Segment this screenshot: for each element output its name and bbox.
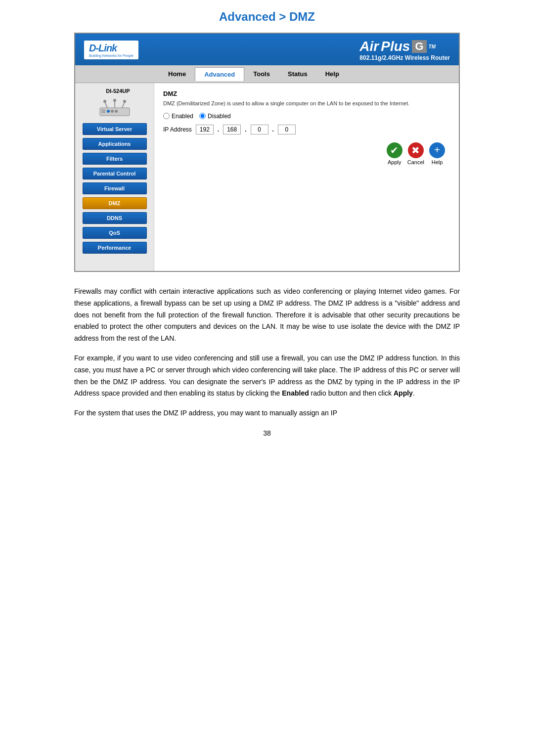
dmz-enabled-label: Enabled xyxy=(172,113,193,120)
dmz-disabled-option[interactable]: Disabled xyxy=(199,113,231,120)
ip-dot-2: . xyxy=(245,126,246,133)
apply-btn-wrap: ✔ Apply xyxy=(387,142,402,165)
sidebar-ddns[interactable]: DDNS xyxy=(83,212,147,224)
help-button[interactable]: + xyxy=(429,142,445,158)
model-label: DI-524UP xyxy=(106,88,130,94)
sidebar-firewall[interactable]: Firewall xyxy=(83,182,147,194)
nav-status[interactable]: Status xyxy=(279,67,316,81)
airplus-tm: TM xyxy=(429,44,436,49)
sidebar-applications[interactable]: Applications xyxy=(83,138,147,150)
ip-dot-1: . xyxy=(218,126,219,133)
router-ui: D-Link Building Networks for People Air … xyxy=(74,33,460,272)
router-image xyxy=(97,98,132,120)
airplus-plus: Plus xyxy=(381,39,410,54)
dmz-disabled-radio[interactable] xyxy=(199,113,206,119)
sidebar-virtual-server[interactable]: Virtual Server xyxy=(83,123,147,135)
dlink-tagline: Building Networks for People xyxy=(89,54,134,57)
airplus-brand: Air Plus G TM 802.11g/2.4GHz Wireless Ro… xyxy=(359,39,450,61)
nav-help[interactable]: Help xyxy=(316,67,348,81)
help-label: Help xyxy=(432,159,443,165)
cancel-button[interactable]: ✖ xyxy=(408,142,424,158)
dmz-enabled-radio[interactable] xyxy=(163,113,170,119)
svg-rect-1 xyxy=(101,109,105,113)
sidebar-dmz[interactable]: DMZ xyxy=(83,197,147,209)
page-number: 38 xyxy=(30,429,504,437)
airplus-subtitle: 802.11g/2.4GHz Wireless Router xyxy=(359,54,450,61)
nav-bar: Home Advanced Tools Status Help xyxy=(75,65,459,83)
sidebar: DI-524UP Virtual Server Applications Fil… xyxy=(75,83,154,271)
apply-button[interactable]: ✔ xyxy=(387,142,402,158)
sidebar-performance[interactable]: Performance xyxy=(83,242,147,254)
sidebar-parental-control[interactable]: Parental Control xyxy=(83,168,147,179)
ip-octet1[interactable] xyxy=(196,125,214,134)
sidebar-qos[interactable]: QoS xyxy=(83,227,147,239)
body-paragraph-3: For the system that uses the DMZ IP addr… xyxy=(74,407,460,419)
cancel-label: Cancel xyxy=(407,159,424,165)
airplus-g: G xyxy=(412,40,426,53)
content-area: DI-524UP Virtual Server Applications Fil… xyxy=(75,83,459,271)
svg-point-3 xyxy=(111,110,114,113)
nav-tools[interactable]: Tools xyxy=(244,67,279,81)
action-buttons: ✔ Apply ✖ Cancel + Help xyxy=(163,142,450,165)
body-paragraph-2: For example, if you want to use video co… xyxy=(74,353,460,400)
help-btn-wrap: + Help xyxy=(429,142,445,165)
main-content: DMZ DMZ (Demilitarized Zone) is used to … xyxy=(154,83,459,271)
body-text: Firewalls may conflict with certain inte… xyxy=(74,286,460,419)
page-title: Advanced > DMZ xyxy=(30,10,504,24)
dmz-enabled-option[interactable]: Enabled xyxy=(163,113,193,120)
airplus-title: Air Plus G TM xyxy=(359,39,450,54)
bold-apply: Apply xyxy=(394,389,413,397)
ip-octet4[interactable] xyxy=(278,125,296,134)
body-paragraph-1: Firewalls may conflict with certain inte… xyxy=(74,286,460,345)
svg-point-9 xyxy=(113,99,116,102)
dlink-logo: D-Link Building Networks for People xyxy=(84,41,138,59)
svg-point-2 xyxy=(107,110,110,113)
nav-home[interactable]: Home xyxy=(159,67,195,81)
ip-label: IP Address xyxy=(163,126,192,133)
dmz-section-title: DMZ xyxy=(163,90,450,97)
apply-label: Apply xyxy=(388,159,401,165)
airplus-air: Air xyxy=(359,39,379,54)
sidebar-filters[interactable]: Filters xyxy=(83,153,147,165)
ip-octet3[interactable] xyxy=(251,125,268,134)
dlink-brand-text: D-Link xyxy=(89,43,117,53)
nav-advanced[interactable]: Advanced xyxy=(195,67,244,81)
ip-address-row: IP Address . . . xyxy=(163,125,450,134)
svg-point-10 xyxy=(123,100,126,103)
dmz-disabled-label: Disabled xyxy=(208,113,231,120)
ip-dot-3: . xyxy=(272,126,274,133)
cancel-btn-wrap: ✖ Cancel xyxy=(407,142,424,165)
dmz-radio-row: Enabled Disabled xyxy=(163,113,450,120)
router-header: D-Link Building Networks for People Air … xyxy=(75,34,459,65)
dmz-description: DMZ (Demilitarized Zone) is used to allo… xyxy=(163,99,450,108)
bold-enabled: Enabled xyxy=(282,389,309,397)
ip-octet2[interactable] xyxy=(223,125,241,134)
svg-point-4 xyxy=(115,110,118,113)
svg-point-8 xyxy=(103,100,106,103)
